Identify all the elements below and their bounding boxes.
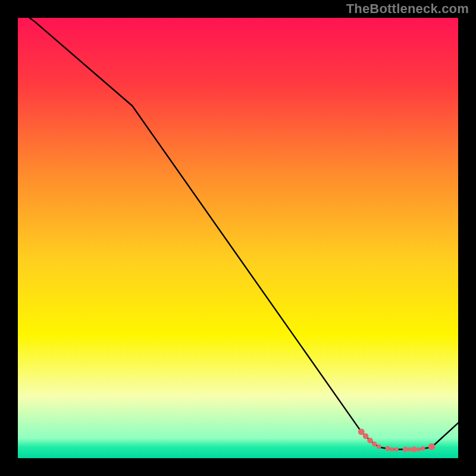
plot-area	[18, 18, 458, 458]
highlight-marker	[372, 441, 377, 446]
gradient-background	[18, 18, 458, 458]
highlight-marker	[390, 447, 394, 452]
highlight-marker	[377, 444, 381, 449]
chart-frame: TheBottleneck.com	[0, 0, 476, 476]
highlight-marker	[421, 446, 425, 451]
highlight-marker	[416, 447, 421, 452]
highlight-marker	[428, 443, 436, 450]
highlight-marker	[403, 447, 408, 452]
highlight-marker	[385, 446, 390, 451]
highlight-marker	[358, 428, 365, 435]
chart-svg	[18, 18, 458, 458]
highlight-marker	[411, 446, 417, 452]
highlight-marker	[367, 438, 373, 444]
highlight-marker	[363, 433, 369, 439]
highlight-marker	[408, 447, 412, 452]
watermark-label: TheBottleneck.com	[346, 1, 469, 17]
highlight-marker	[394, 447, 399, 452]
